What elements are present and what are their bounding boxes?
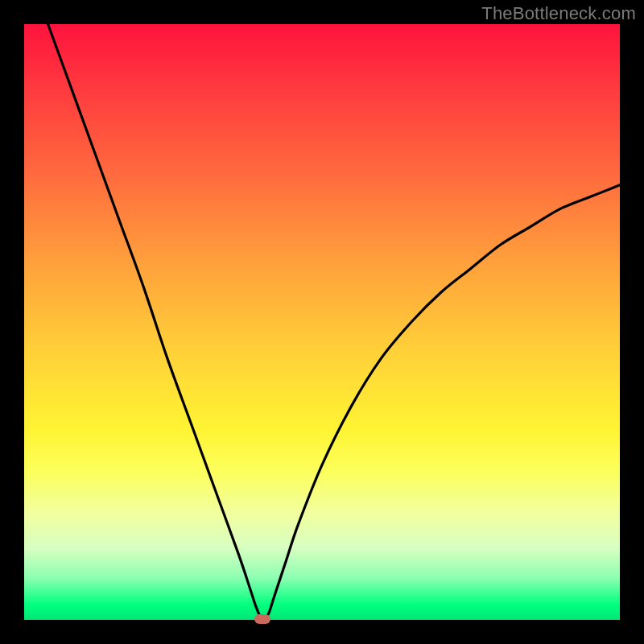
bottleneck-curve-path: [48, 24, 620, 620]
watermark-text: TheBottleneck.com: [481, 3, 636, 24]
chart-frame: TheBottleneck.com: [0, 0, 644, 644]
sweet-spot-marker: [254, 614, 270, 624]
chart-plot-area: [24, 24, 620, 620]
chart-svg: [24, 24, 620, 620]
